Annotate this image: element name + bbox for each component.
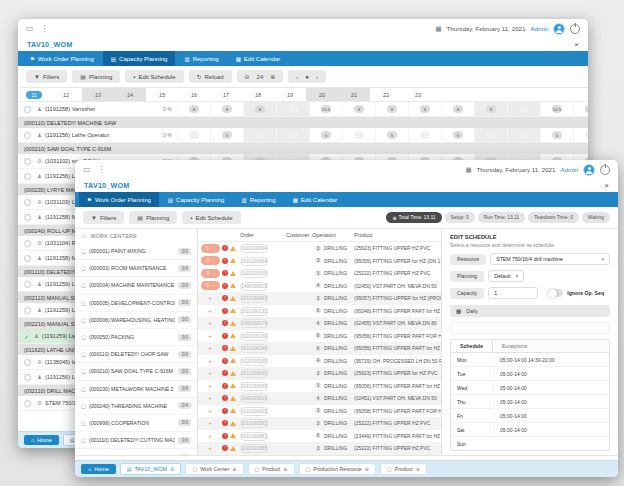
hour-cell[interactable]: 5 [210,128,243,142]
hour-cell[interactable] [276,102,309,116]
hour-cell[interactable] [474,128,507,142]
power-icon[interactable] [570,24,580,34]
work-center-item[interactable]: (000210) SAW DOAL TYPE C-916M 0/0 [75,363,197,380]
hour-cell[interactable]: 8 [342,102,375,116]
operation-column-header[interactable]: Operation [312,232,354,238]
hour-cell[interactable]: 5 [309,128,342,142]
drag-handle-icon[interactable]: ∷ [211,283,214,288]
capacity-input[interactable]: 1 [488,287,538,299]
next-icon[interactable]: › [316,74,318,80]
hour-header-cell[interactable]: 13 [82,88,114,101]
prev-icon[interactable]: ‹ [296,74,298,80]
schedule-day-row[interactable]: Sun [451,437,609,450]
daily-value-input[interactable] [450,322,610,334]
hour-cell[interactable]: 8 [474,102,507,116]
row-radio[interactable] [24,199,31,206]
schedule-day-row[interactable]: Mon 05:00-14:00 14:30-22:00 [451,353,609,367]
work-center-item[interactable]: (000006) WAREHOUSING, HEATING... 0/0 [75,312,197,329]
row-radio[interactable] [24,359,31,366]
close-icon[interactable]: × [574,41,579,49]
row-radio[interactable] [24,214,31,221]
row-radio[interactable] [24,240,31,247]
order-row[interactable]: +∷ 1610190239 6 DRILLING (95056) FITTING… [198,330,441,343]
hour-cell[interactable] [507,102,540,116]
hour-header-cell[interactable]: 14 [114,88,146,101]
work-center-item[interactable]: (000050) PACKING 0/0 [75,329,197,346]
work-center-item[interactable]: (000005) DEVELOPMENT-CONTROL-SALES 0/0 [75,295,197,312]
order-row[interactable]: +∷ 1610190245 6 DRILLING (95055) FITTING… [198,342,441,355]
sequence-badge[interactable]: +∷ [208,433,212,439]
hour-header-cell[interactable]: 15 [146,88,178,101]
hour-cell[interactable] [408,128,441,142]
work-center-item[interactable]: (000004) MACHINE MAINTENANCE 0/0 [75,277,197,294]
daily-section-header[interactable]: Daily [450,305,610,317]
add-filter-icon[interactable]: ⊕ [232,466,236,472]
power-icon[interactable] [600,165,610,175]
drag-handle-icon[interactable]: ∷ [211,258,214,263]
row-radio[interactable] [24,255,31,262]
order-row[interactable]: +∷ 1610190681 6 DRILLING (23449) FITTING… [198,430,441,443]
hour-header-cell[interactable]: 18 [242,88,274,101]
order-row[interactable]: +∷ 1610190592 3 DRILLING (25222) FITTING… [198,417,441,430]
work-center-item[interactable]: (001110) DELETED!!! CUTTING MACHINE 0/0 [75,432,197,449]
sequence-badge[interactable]: +∷ [208,445,212,451]
hour-cell[interactable]: 8 [408,102,441,116]
drag-handle-icon[interactable]: ∷ [211,271,214,276]
hour-cell[interactable] [243,128,276,142]
hour-header-cell[interactable]: 22 [370,88,402,101]
avatar[interactable] [553,23,565,35]
hour-cell[interactable] [276,128,309,142]
schedule-day-row[interactable]: Thu 05:00-14:00 [451,395,609,409]
sequence-badge[interactable]: +∷ [208,320,212,326]
row-radio[interactable] [24,158,31,165]
sequence-badge[interactable]: +∷ [208,333,212,339]
kebab-menu-icon[interactable]: ⋮ [98,165,106,174]
today-icon[interactable]: ● [305,74,309,80]
row-radio[interactable] [24,173,31,180]
work-center-item[interactable]: (000240) THREADING MACHINE 0/4 [75,398,197,415]
nav-tab[interactable]: Work Order Planning [22,51,102,66]
hour-cell[interactable] [177,128,210,142]
hour-cell[interactable]: 8 [441,102,474,116]
filters-button[interactable]: ▼Filters [26,70,67,83]
hour-header-cell[interactable]: 17 [210,88,242,101]
work-center-item[interactable]: (000110) DELETED!!! CHOP SAW 0/0 [75,346,197,363]
hour-header-cell[interactable]: 23 [402,88,434,101]
sequence-badge[interactable]: +∷ [208,295,212,301]
order-row[interactable]: 1∷ 1610190094 3 DRILLING (25623) FITTING… [198,242,441,255]
sequence-badge[interactable]: 1∷ [201,244,220,253]
sequence-badge[interactable]: +∷ [208,420,212,426]
ignore-op-seq-toggle[interactable] [548,289,563,297]
customer-column-header[interactable]: Customer [286,232,312,238]
order-row[interactable]: +∷ 1610190425 3 DRILLING (95058) FITTING… [198,405,441,418]
order-row[interactable]: 2∷ 1610190694 3 DRILLING (95055) FITTING… [198,255,441,268]
hour-header-cell[interactable]: 12 [50,88,82,101]
row-radio[interactable] [24,400,31,407]
hour-cell[interactable]: 10.5 [309,102,342,116]
order-row[interactable]: +∷ 1610190069 3 DRILLING (95056) FITTING… [198,380,441,393]
order-column-header[interactable]: Order [240,232,286,238]
nav-tab[interactable]: Edit Calendar [228,51,289,66]
product-column-header[interactable]: Product [354,232,441,238]
hour-header-cell[interactable]: 19 [274,88,306,101]
hour-cell[interactable] [573,128,588,142]
work-center-item[interactable]: (000230) METALWORK MACHINE 2 0/0 [75,381,197,398]
add-filter-icon[interactable]: ⊕ [416,466,420,472]
nav-tab[interactable]: Capacity Planning [103,51,176,66]
sequence-badge[interactable]: +∷ [208,383,212,389]
order-row[interactable]: +∷ 1610190132 6 DRILLING (95048) FITTING… [198,305,441,318]
schedule-day-row[interactable]: Fri 05:00-14:00 [451,409,609,423]
add-filter-icon[interactable]: ⊕ [365,466,369,472]
hour-cell[interactable]: 8 [210,102,243,116]
order-row[interactable]: 3∷ 1610200056 3 DRILLING (25222) FITTING… [198,267,441,280]
sequence-badge[interactable]: +∷ [208,308,212,314]
planning-button[interactable]: ▤Planning [129,211,177,224]
work-center-item[interactable]: (000001) PAINT MIXING 0/0 [75,243,197,260]
reload-button[interactable]: ↻Reload [189,70,232,83]
home-button[interactable]: Home [81,464,116,474]
tab-exceptions[interactable]: Exceptions [493,340,536,352]
close-icon[interactable]: × [604,182,609,190]
hour-header-cell[interactable]: 16 [178,88,210,101]
order-row[interactable]: +∷ 1610190060 3 DRILLING (25623) FITTING… [198,367,441,380]
folder-icon[interactable]: ▭ [26,24,34,33]
